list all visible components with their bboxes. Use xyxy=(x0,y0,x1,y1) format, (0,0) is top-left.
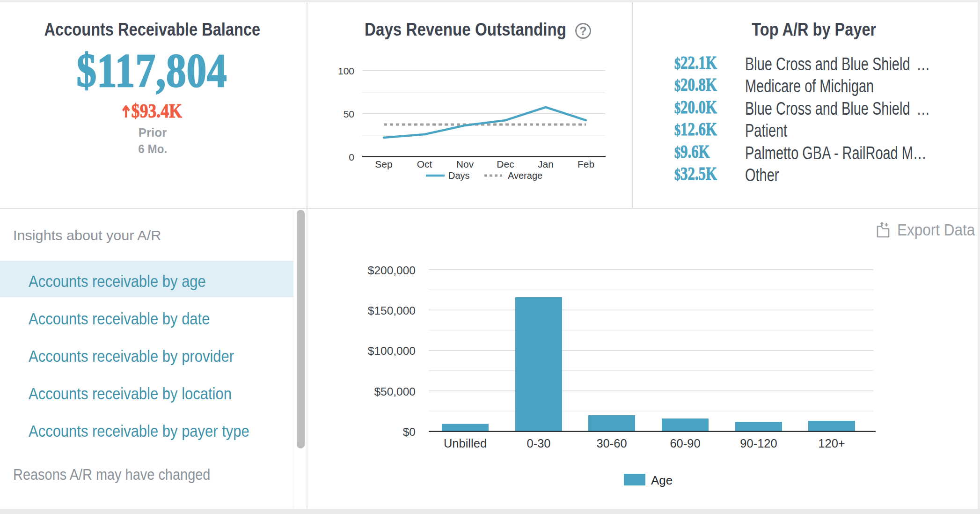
svg-text:Days: Days xyxy=(448,170,470,181)
svg-text:Dec: Dec xyxy=(497,159,514,169)
svg-text:$50,000: $50,000 xyxy=(374,385,416,398)
svg-text:Oct: Oct xyxy=(417,159,432,169)
svg-text:Nov: Nov xyxy=(456,159,474,169)
svg-text:0: 0 xyxy=(349,152,354,162)
svg-text:0-30: 0-30 xyxy=(527,437,550,450)
svg-text:90-120: 90-120 xyxy=(740,437,777,450)
svg-text:?: ? xyxy=(579,24,586,37)
svg-text:Age: Age xyxy=(651,473,673,487)
svg-text:50: 50 xyxy=(344,109,354,119)
svg-text:$0: $0 xyxy=(403,426,416,438)
svg-text:$200,000: $200,000 xyxy=(368,264,416,277)
svg-text:Sep: Sep xyxy=(375,159,392,169)
svg-text:Feb: Feb xyxy=(578,159,594,169)
svg-text:Jan: Jan xyxy=(538,159,554,169)
svg-text:60-90: 60-90 xyxy=(670,437,700,450)
svg-text:Average: Average xyxy=(508,170,542,181)
svg-text:100: 100 xyxy=(338,66,354,76)
svg-text:120+: 120+ xyxy=(818,437,845,450)
svg-text:Unbilled: Unbilled xyxy=(444,437,487,450)
svg-text:30-60: 30-60 xyxy=(596,437,627,450)
svg-text:$100,000: $100,000 xyxy=(368,345,416,357)
svg-text:$150,000: $150,000 xyxy=(368,304,416,317)
